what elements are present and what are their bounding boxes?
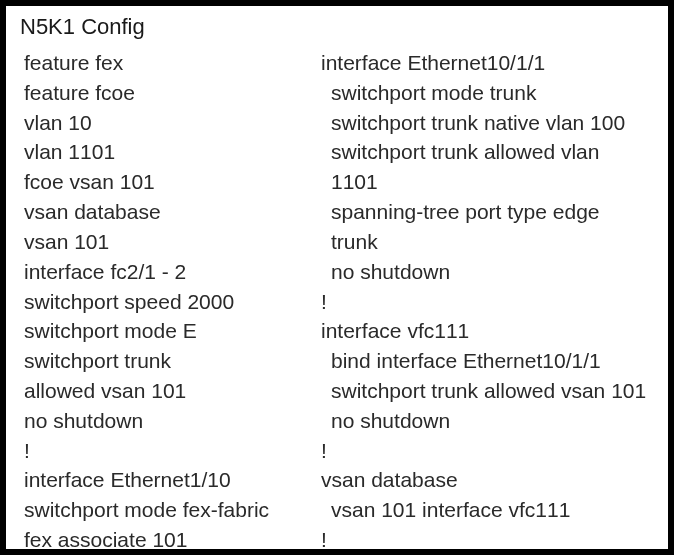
config-line: fcoe vsan 101: [24, 167, 309, 197]
config-line: bind interface Ethernet10/1/1: [321, 346, 650, 376]
left-column: feature fexfeature fcoevlan 10vlan 1101f…: [24, 48, 309, 555]
right-column: interface Ethernet10/1/1switchport mode …: [321, 48, 650, 555]
config-line: interface vfc111: [321, 316, 650, 346]
config-line: spanning-tree port type edge trunk: [321, 197, 650, 257]
config-line: switchport trunk native vlan 100: [321, 108, 650, 138]
config-title: N5K1 Config: [20, 14, 650, 40]
config-line: vlan 1101: [24, 137, 309, 167]
config-line: !: [24, 436, 309, 466]
config-line: interface fc2/1 - 2: [24, 257, 309, 287]
config-line: switchport mode fex-fabric: [24, 495, 309, 525]
config-line: feature fcoe: [24, 78, 309, 108]
config-line: switchport speed 2000: [24, 287, 309, 317]
config-line: switchport trunk allowed vlan 1101: [321, 137, 650, 197]
config-line: vsan database: [321, 465, 650, 495]
config-line: vsan database: [24, 197, 309, 227]
config-columns: feature fexfeature fcoevlan 10vlan 1101f…: [24, 48, 650, 555]
config-line: !: [321, 287, 650, 317]
config-line: interface Ethernet1/10: [24, 465, 309, 495]
config-line: interface Ethernet10/1/1: [321, 48, 650, 78]
config-frame: N5K1 Config feature fexfeature fcoevlan …: [0, 0, 674, 555]
config-line: switchport trunk allowed vsan 101: [321, 376, 650, 406]
config-line: switchport mode trunk: [321, 78, 650, 108]
config-line: vsan 101: [24, 227, 309, 257]
config-line: !: [321, 436, 650, 466]
config-line: no shutdown: [24, 406, 309, 436]
config-line: vlan 10: [24, 108, 309, 138]
config-line: !: [321, 525, 650, 555]
config-line: fex associate 101: [24, 525, 309, 555]
config-line: switchport trunk: [24, 346, 309, 376]
config-line: allowed vsan 101: [24, 376, 309, 406]
config-line: vsan 101 interface vfc111: [321, 495, 650, 525]
config-line: no shutdown: [321, 406, 650, 436]
config-line: no shutdown: [321, 257, 650, 287]
config-line: feature fex: [24, 48, 309, 78]
config-line: switchport mode E: [24, 316, 309, 346]
